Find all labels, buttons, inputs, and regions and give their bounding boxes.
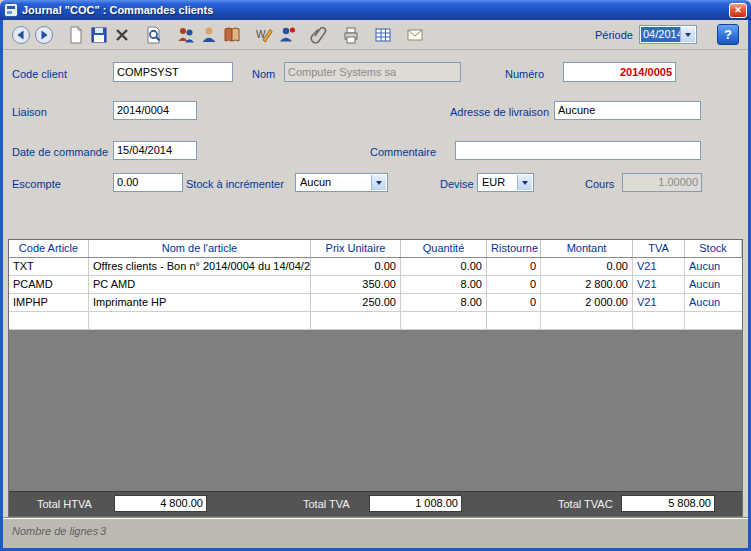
status-bar: Nombre de lignes 3 [3,517,748,548]
cell-quantite[interactable] [401,312,487,329]
cell-prix-unitaire[interactable]: 250.00 [311,294,401,311]
table-row: TXT Offres clients - Bon n° 2014/0004 du… [9,258,742,276]
grid-empty-area [9,330,742,491]
cell-nom-article[interactable] [89,312,311,329]
grid-header: Code Article Nom de l'article Prix Unita… [9,240,742,258]
help-button[interactable]: ? [717,24,739,45]
devise-label: Devise [440,178,474,190]
cours-field: 1.00000 [622,173,702,192]
stock-dropdown-button[interactable] [371,175,386,190]
close-button[interactable]: ✕ [729,3,747,18]
nom-label: Nom [252,68,275,80]
nom-field: Computer Systems sa [284,62,461,82]
total-tva-label: Total TVA [303,498,350,510]
cell-stock[interactable]: Aucun [685,276,742,293]
cell-tva[interactable]: V21 [633,258,685,275]
window-body: W Période 04/2014 ? Code client COMPSYST… [0,20,751,551]
cell-stock[interactable]: Aucun [685,294,742,311]
liaison-field[interactable]: 2014/0004 [113,101,197,120]
chevron-down-icon [376,181,382,185]
cell-montant[interactable]: 2 800.00 [541,276,633,293]
forward-icon[interactable] [32,23,55,46]
cell-prix-unitaire[interactable] [311,312,401,329]
header-prix-unitaire: Prix Unitaire [311,240,401,257]
cell-nom-article[interactable]: Imprimante HP [89,294,311,311]
cell-quantite[interactable]: 8.00 [401,294,487,311]
line-count-label: Nombre de lignes [12,525,98,537]
delete-icon[interactable] [110,23,133,46]
header-nom-article: Nom de l'article [89,240,311,257]
stock-incrementer-select[interactable]: Aucun [295,173,388,192]
commentaire-field[interactable] [455,141,701,160]
print-icon[interactable] [339,23,362,46]
signature-icon[interactable]: W [252,23,275,46]
chevron-down-icon [685,33,691,37]
cell-tva[interactable]: V21 [633,276,685,293]
cell-montant[interactable]: 2 000.00 [541,294,633,311]
cell-montant[interactable] [541,312,633,329]
cell-prix-unitaire[interactable]: 0.00 [311,258,401,275]
date-commande-field[interactable]: 15/04/2014 [113,141,197,160]
devise-select[interactable]: EUR [477,173,534,192]
search-icon[interactable] [142,23,165,46]
cell-ristourne[interactable] [487,312,541,329]
total-tvac-field[interactable]: 5 808.00 [621,495,715,512]
cell-nom-article[interactable]: Offres clients - Bon n° 2014/0004 du 14/… [89,258,311,275]
cell-quantite[interactable]: 0.00 [401,258,487,275]
chevron-down-icon [522,181,528,185]
total-tva-field[interactable]: 1 008.00 [369,495,462,512]
cell-tva[interactable] [633,312,685,329]
escompte-field[interactable]: 0.00 [113,173,183,192]
cell-code-article[interactable]: IMPHP [9,294,89,311]
cell-prix-unitaire[interactable]: 350.00 [311,276,401,293]
customer-icon[interactable] [197,23,220,46]
cell-ristourne[interactable]: 0 [487,276,541,293]
cell-code-article[interactable]: PCAMD [9,276,89,293]
cell-code-article[interactable] [9,312,89,329]
new-document-icon[interactable] [64,23,87,46]
escompte-label: Escompte [12,178,61,190]
adresse-livraison-label: Adresse de livraison [450,106,549,118]
header-code-article: Code Article [9,240,89,257]
date-commande-label: Date de commande [12,146,108,158]
numero-label: Numéro [505,68,544,80]
adresse-livraison-field[interactable]: Aucune [554,101,701,120]
attachment-icon[interactable] [307,23,330,46]
devise-dropdown-button[interactable] [517,175,532,190]
cell-ristourne[interactable]: 0 [487,258,541,275]
cell-stock[interactable]: Aucun [685,258,742,275]
commentaire-label: Commentaire [370,146,436,158]
back-icon[interactable] [9,23,32,46]
articles-grid: Code Article Nom de l'article Prix Unita… [8,239,743,517]
cell-nom-article[interactable]: PC AMD [89,276,311,293]
cell-ristourne[interactable]: 0 [487,294,541,311]
total-htva-field[interactable]: 4 800.00 [114,495,207,512]
cell-montant[interactable]: 0.00 [541,258,633,275]
periode-combobox[interactable]: 04/2014 [639,25,697,44]
cell-tva[interactable]: V21 [633,294,685,311]
devise-value: EUR [479,175,517,190]
total-tvac-label: Total TVAC [558,498,613,510]
code-client-field[interactable]: COMPSYST [113,62,233,82]
numero-field[interactable]: 2014/0005 [563,62,676,82]
batch-grid-icon[interactable] [371,23,394,46]
cell-code-article[interactable]: TXT [9,258,89,275]
ledger-icon[interactable] [220,23,243,46]
cell-stock[interactable] [685,312,742,329]
code-client-label: Code client [12,68,67,80]
table-row [9,312,742,330]
header-quantite: Quantité [401,240,487,257]
periode-label: Période [595,29,633,41]
cell-quantite[interactable]: 8.00 [401,276,487,293]
send-mail-icon[interactable] [403,23,426,46]
save-icon[interactable] [87,23,110,46]
customers-icon[interactable] [174,23,197,46]
header-ristourne: Ristourne [487,240,541,257]
toolbar: W Période 04/2014 ? [3,20,748,50]
title-bar: Journal "COC" : Commandes clients ✕ [0,0,751,20]
liaison-label: Liaison [12,106,47,118]
periode-dropdown-button[interactable] [680,27,695,42]
header-montant: Montant [541,240,633,257]
line-count-value: 3 [100,525,106,537]
customer-note-icon[interactable] [275,23,298,46]
